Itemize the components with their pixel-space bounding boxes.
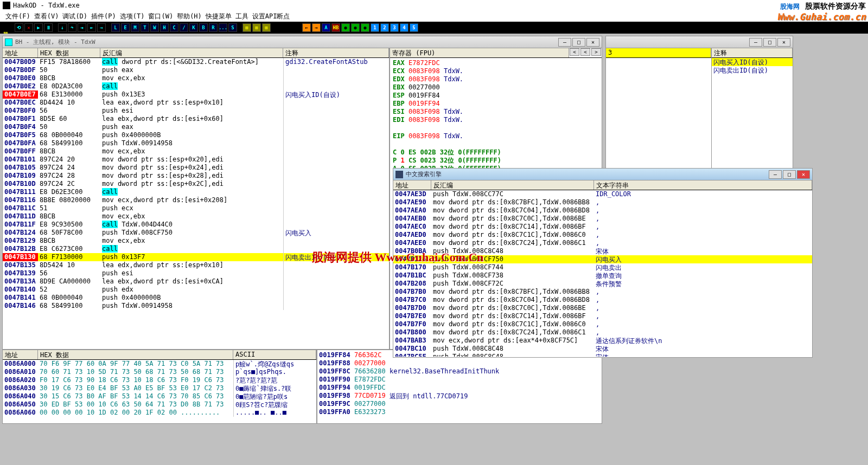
dump-row[interactable]: 0086A05030 ED BF 53 00 10 C6 63 50 64 71…	[3, 401, 316, 409]
search-row[interactable]: 0047B7D0mov dword ptr ds:[0x8C7C0C],TdxW…	[393, 304, 812, 312]
search-results[interactable]: 0047AE3Dpush TdxW.008CC77CIDR_COLOR0047A…	[393, 190, 812, 357]
col-disasm[interactable]: 反汇编	[100, 48, 283, 57]
tb-num-4[interactable]: 4	[400, 23, 409, 32]
register-row[interactable]: EDX 0083F098 TdxW.	[393, 75, 599, 83]
reg-right-icon[interactable]: >	[591, 48, 601, 56]
search-row[interactable]: 0047AE90mov dword ptr ds:[0x8C7BFC],TdxW…	[393, 198, 812, 206]
tb-yg2[interactable]: ⊞	[252, 23, 261, 32]
stack-row[interactable]: 0019FF8800277000	[317, 359, 602, 367]
search-row[interactable]: 0047B0BApush TdxW.008C8C48宋体	[393, 247, 812, 255]
tb-yg1[interactable]: ⊞	[242, 23, 251, 32]
tb-letter-R[interactable]: R	[209, 23, 218, 32]
tb-letter-B[interactable]: B	[199, 23, 208, 32]
search-row[interactable]: 0047BC5Fpush TdxW.008C8C48宋体	[393, 353, 812, 357]
search-row[interactable]: 0047AEE0mov dword ptr ds:[0x8C7C24],TdxW…	[393, 239, 812, 247]
search-col-addr[interactable]: 地址	[393, 180, 431, 190]
tb-pause-icon[interactable]: ⏸	[44, 23, 53, 32]
search-col-asm[interactable]: 反汇编	[431, 180, 594, 190]
disasm-row[interactable]: 0047B1298BCBmov ecx,ebx	[3, 237, 389, 245]
search-row[interactable]: 0047B124push TdxW.008CF750闪电买入	[393, 255, 812, 263]
disasm-row[interactable]: 0047B10D897C24 2Cmov dword ptr ss:[esp+0…	[3, 180, 389, 188]
register-row[interactable]: EIP 0083F098 TdxW.	[393, 132, 599, 140]
note-row[interactable]: 闪电买入ID(自设)	[712, 58, 793, 66]
dump-col-ascii[interactable]: ASCII	[233, 350, 316, 359]
register-row[interactable]: EBX 00277000	[393, 83, 599, 92]
disasm-row[interactable]: 0047B11D8BCBmov ecx,ebx	[3, 212, 389, 221]
dump-row[interactable]: 0086A01070 60 71 73 10 5D 71 73 50 68 71…	[3, 368, 316, 376]
disasm-row[interactable]: 0047B11FE8 9C930500call TdxW.004D44C0	[3, 221, 389, 229]
tb-letter-E[interactable]: E	[121, 23, 130, 32]
disasm-row[interactable]: 0047B0E768 E3130000push 0x13E3闪电买入ID(自设)	[3, 91, 389, 99]
tb-letter-W[interactable]: W	[150, 23, 159, 32]
tb-yg3[interactable]: ⊞	[262, 23, 271, 32]
flag-row[interactable]: C 0 ES 002B 32位 0(FFFFFFFF)	[393, 148, 599, 157]
dump-row[interactable]: 0086A06000 00 00 00 10 1D 02 00 20 1F 02…	[3, 409, 316, 417]
stack-row[interactable]: 0019FFA0E6323273	[317, 408, 602, 416]
search-row[interactable]: 0047B1BCpush TdxW.008CF738撤单查询	[393, 272, 812, 280]
disasm-row[interactable]: 0047B13068 F7130000push 0x13F7闪电卖出ID(自设)	[3, 253, 389, 261]
tb-num-1[interactable]: 1	[371, 23, 379, 32]
minimize-button[interactable]: —	[749, 38, 762, 47]
hex-dump[interactable]: 0086A00070 F6 9F 77 60 0A 9F 77 40 5A 71…	[3, 360, 316, 417]
menu-item[interactable]: 文件(F)	[4, 11, 31, 22]
disasm-row[interactable]: 0047B0F18D5E 60lea ebx,dword ptr ds:[esi…	[3, 115, 389, 123]
toolbar[interactable]: 暂停 ⟲ ✕ ▶ ⏸ ↓ ↷ ⇥ ⇤ → LEMTWHC/KBR...S ⊞ ⊞…	[0, 22, 868, 34]
maximize-button[interactable]: □	[783, 170, 796, 179]
tb-num-3[interactable]: 3	[390, 23, 399, 32]
disasm-row[interactable]: 0047B1358D5424 10lea edx,dword ptr ss:[e…	[3, 261, 389, 269]
notes-col[interactable]: 注释	[712, 48, 793, 57]
disasm-row[interactable]: 0047B0EC8D4424 10lea eax,dword ptr ss:[e…	[3, 99, 389, 107]
disasm-row[interactable]: 0047B0DF50push eax	[3, 66, 389, 74]
registers-view[interactable]: EAX E7872FDC ECX 0083F098 TdxW.EDX 0083F…	[390, 58, 602, 174]
register-row[interactable]: ESP 0019FF84	[393, 92, 599, 100]
tb-letter-S[interactable]: S	[228, 23, 237, 32]
disasm-row[interactable]: 0047B12468 50F78C00push TdxW.008CF750闪电买…	[3, 229, 389, 237]
col-hex[interactable]: HEX 数据	[38, 48, 100, 57]
tb-restart-icon[interactable]: ⟲	[15, 23, 23, 32]
tb-letter-...[interactable]: ...	[219, 23, 227, 32]
tb-num-5[interactable]: 5	[410, 23, 418, 32]
close-button[interactable]: ✕	[797, 170, 810, 179]
dump-col-addr[interactable]: 地址	[3, 350, 38, 359]
minimize-button[interactable]: —	[769, 170, 782, 179]
stack-row[interactable]: 0019FF9C00277000	[317, 400, 602, 408]
search-row[interactable]: 0047BC10push TdxW.008C8C48宋体	[393, 345, 812, 353]
search-row[interactable]: 0047BAB3mov ecx,dword ptr ds:[eax*4+0x8C…	[393, 337, 812, 345]
disasm-row[interactable]: 0047B0FF8BCBmov ecx,ebx	[3, 147, 389, 156]
tb-g1[interactable]: ●	[341, 23, 350, 32]
disasm-row[interactable]: 0047B0FA68 58499100push TdxW.00914958	[3, 139, 389, 147]
menu-bar[interactable]: 文件(F)查看(V)调试(D)插件(P)选项(T)窗口(W)帮助(H)快捷菜单工…	[0, 11, 868, 22]
register-row[interactable]: EAX E7872FDC	[393, 59, 599, 67]
search-row[interactable]: 0047B7E0mov dword ptr ds:[0x8C7C14],TdxW…	[393, 312, 812, 320]
tb-letter-T[interactable]: T	[141, 23, 149, 32]
search-row[interactable]: 0047AEB0mov dword ptr ds:[0x8C7C0C],TdxW…	[393, 215, 812, 223]
disassembly-list[interactable]: 0047B0D9FF15 78A18600call dword ptr ds:[…	[3, 58, 389, 334]
close-button[interactable]: ✕	[777, 38, 790, 47]
dump-row[interactable]: 0086A04030 15 C6 73 B0 AF BF 53 14 14 C6…	[3, 392, 316, 401]
dump-row[interactable]: 0086A03030 19 C6 73 E0 E4 BF 53 A0 E5 BF…	[3, 384, 316, 392]
disasm-row[interactable]: 0047B0E2E8 0D2A3C00call	[3, 82, 389, 91]
disasm-row[interactable]: 0047B11C51push ecx	[3, 204, 389, 212]
search-col-text[interactable]: 文本字符串	[594, 180, 812, 190]
disasm-row[interactable]: 0047B0F450push eax	[3, 123, 389, 131]
disasm-row[interactable]: 0047B101897C24 20mov dword ptr ss:[esp+0…	[3, 156, 389, 164]
disasm-row[interactable]: 0047B111E8 D62E3C00call	[3, 188, 389, 196]
stack-row[interactable]: 0019FF90E7872FDC	[317, 376, 602, 384]
dump-col-hex[interactable]: HEX 数据	[38, 350, 233, 359]
search-row[interactable]: 0047AE3Dpush TdxW.008CC77CIDR_COLOR	[393, 190, 812, 198]
minimize-button[interactable]: —	[558, 38, 571, 47]
menu-item[interactable]: 快捷菜单	[205, 11, 233, 22]
disasm-row[interactable]: 0047B14668 58499100push TdxW.00914958	[3, 302, 389, 310]
menu-item[interactable]: 窗口(W)	[147, 11, 174, 22]
search-row[interactable]: 0047B7C0mov dword ptr ds:[0x8C7C04],TdxW…	[393, 296, 812, 304]
stack-view[interactable]: 0019FF84766362C0019FF88002770000019FF8C7…	[317, 350, 602, 416]
tb-num-2[interactable]: 2	[380, 23, 389, 32]
menu-item[interactable]: 工具	[234, 11, 250, 22]
col-address[interactable]: 地址	[3, 48, 38, 57]
reg-left-icon[interactable]: <	[570, 48, 579, 56]
disasm-row[interactable]: 0047B14168 0B000040push 0x4000000B	[3, 294, 389, 302]
search-row[interactable]: 0047AED0mov dword ptr ds:[0x8C7C1C],TdxW…	[393, 231, 812, 239]
search-row[interactable]: 0047B800mov dword ptr ds:[0x8C7C24],TdxW…	[393, 328, 812, 337]
disasm-row[interactable]: 0047B13A8D9E CA000000lea ebx,dword ptr d…	[3, 277, 389, 286]
tb-play-icon[interactable]: ▶	[34, 23, 43, 32]
